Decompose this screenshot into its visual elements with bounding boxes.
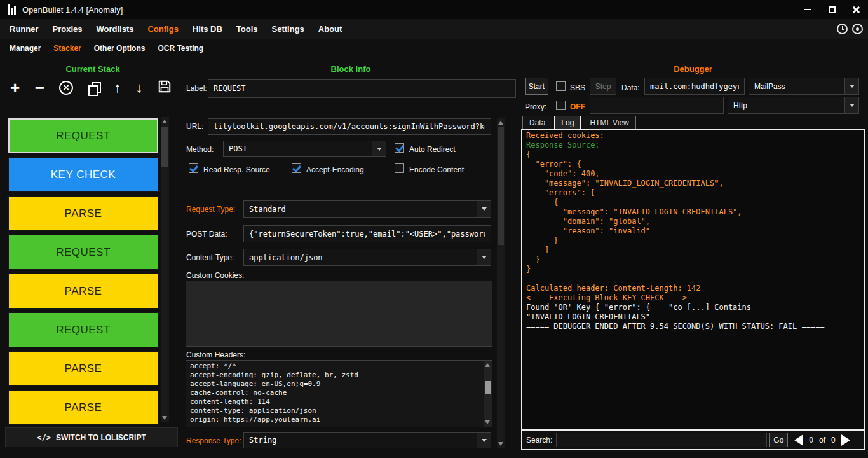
scroll-down-icon[interactable]	[498, 442, 503, 446]
proxy-type-dropdown[interactable]: Http	[728, 97, 859, 114]
match-separator: of	[819, 436, 825, 445]
content-type-dropdown[interactable]: application/json	[243, 249, 491, 266]
move-down-icon[interactable]: ↓	[136, 80, 143, 96]
stack-block[interactable]: REQUEST	[8, 235, 158, 270]
method-value: POST	[229, 144, 247, 153]
request-type-dropdown[interactable]: Standard	[243, 200, 491, 218]
encode-content-label: Encode Content	[409, 165, 464, 174]
log-line: "message": "INVALID_LOGIN_CREDENTIALS",	[526, 207, 860, 217]
menu-item[interactable]: Runner	[10, 24, 39, 34]
submenu-item[interactable]: Stacker	[53, 44, 81, 53]
stack-block[interactable]: PARSE	[8, 274, 158, 309]
menu-item[interactable]: Hits DB	[193, 24, 222, 34]
save-config-icon[interactable]	[158, 80, 172, 96]
log-line: {	[526, 150, 860, 160]
proxy-field-label: Proxy:	[525, 102, 546, 111]
custom-cookies-label: Custom Cookies:	[186, 271, 244, 280]
previous-match-icon[interactable]	[794, 434, 803, 446]
next-match-icon[interactable]	[841, 434, 850, 446]
encode-content-checkbox[interactable]	[395, 163, 404, 173]
minimize-icon	[804, 9, 811, 10]
post-data-label: POST Data:	[186, 230, 227, 239]
stack-block[interactable]: REQUEST	[8, 312, 158, 347]
header-line: content-length: 114	[190, 398, 480, 406]
header-line: accept-language: en-US,en;q=0.9	[190, 380, 480, 389]
wordlist-type-dropdown[interactable]: MailPass	[749, 78, 859, 95]
sbs-checkbox[interactable]	[556, 81, 566, 91]
scroll-down-icon[interactable]	[162, 416, 167, 420]
custom-cookies-textarea[interactable]	[186, 281, 492, 347]
proxy-input[interactable]	[590, 97, 724, 114]
log-search-bar: Search: Go 0 of 0	[522, 429, 864, 449]
log-line: "reason": "invalid"	[526, 226, 860, 236]
header-line: accept: */*	[190, 362, 480, 371]
debugger-tabs: DataLogHTML View	[522, 116, 636, 130]
maximize-button[interactable]	[820, 0, 844, 19]
content-type-label: Content-Type:	[186, 253, 234, 262]
scrollbar-thumb[interactable]	[161, 127, 168, 167]
debugger-tab[interactable]: Data	[522, 116, 552, 130]
stack-block[interactable]: KEY CHECK	[8, 157, 158, 192]
debug-data-input[interactable]	[644, 78, 745, 95]
clock-hand-icon	[842, 26, 843, 30]
post-data-input[interactable]	[243, 225, 491, 242]
close-button[interactable]	[844, 0, 868, 19]
debugger-tab[interactable]: Log	[554, 116, 581, 130]
log-line	[526, 274, 860, 284]
menu-item[interactable]: About	[318, 24, 342, 34]
proxy-checkbox[interactable]	[556, 101, 566, 110]
clock-icon[interactable]	[837, 24, 848, 34]
menu-item[interactable]: Settings	[272, 24, 304, 34]
block-info-scrollbar[interactable]	[497, 118, 505, 448]
switch-to-loliscript-label: SWITCH TO LOLISCRIPT	[56, 433, 146, 442]
scroll-up-icon[interactable]	[485, 363, 490, 367]
scrollbar-thumb[interactable]	[485, 381, 491, 394]
chevron-down-icon	[844, 97, 858, 113]
move-up-icon[interactable]: ↑	[114, 80, 121, 96]
minimize-button[interactable]	[796, 0, 820, 19]
camera-icon[interactable]	[852, 24, 863, 34]
clone-block-icon[interactable]	[88, 82, 99, 94]
auto-redirect-checkbox[interactable]	[395, 143, 404, 153]
debugger-tab[interactable]: HTML View	[583, 116, 635, 130]
menu-item[interactable]: Proxies	[53, 24, 83, 34]
submenu-item[interactable]: Manager	[10, 44, 41, 53]
read-resp-source-checkbox[interactable]	[189, 163, 198, 173]
url-input[interactable]	[208, 118, 491, 135]
add-block-icon[interactable]: +	[10, 80, 20, 96]
label-input[interactable]	[208, 79, 516, 98]
menu-item[interactable]: Tools	[236, 24, 258, 34]
stack-block[interactable]: PARSE	[8, 351, 158, 386]
log-line: <--- Executing Block KEY CHECK --->	[526, 293, 860, 303]
submenu-item[interactable]: OCR Testing	[158, 44, 203, 53]
step-button[interactable]: Step	[590, 78, 616, 95]
response-type-dropdown[interactable]: String	[243, 432, 491, 448]
scroll-up-icon[interactable]	[162, 120, 167, 123]
scroll-up-icon[interactable]	[498, 121, 503, 125]
search-input[interactable]	[556, 433, 767, 447]
stack-block[interactable]: REQUEST	[8, 118, 158, 153]
scroll-down-icon[interactable]	[485, 420, 490, 424]
log-line: Received cookies:	[526, 131, 860, 141]
clear-x-glyph: ×	[64, 83, 69, 93]
scrollbar-thumb[interactable]	[498, 127, 504, 245]
accept-encoding-checkbox[interactable]	[292, 163, 301, 173]
search-go-button[interactable]: Go	[769, 433, 788, 447]
switch-to-loliscript-button[interactable]: </> SWITCH TO LOLISCRIPT	[5, 427, 178, 447]
url-field-label: URL:	[186, 122, 203, 131]
remove-block-icon[interactable]: −	[35, 80, 44, 96]
clear-stack-icon[interactable]: ×	[59, 81, 73, 95]
menu-item[interactable]: Wordlists	[96, 24, 133, 34]
menu-item[interactable]: Configs	[147, 24, 178, 34]
custom-headers-textarea[interactable]: accept: */*accept-encoding: gzip, deflat…	[186, 360, 492, 427]
submenu-item[interactable]: Other Options	[94, 44, 146, 53]
stack-block[interactable]: PARSE	[8, 196, 158, 231]
chevron-down-icon	[844, 78, 858, 94]
stack-scrollbar[interactable]	[161, 117, 169, 422]
log-area[interactable]: Received cookies:Response Source:{ "erro…	[522, 130, 864, 429]
headers-scrollbar[interactable]	[484, 361, 492, 427]
method-dropdown[interactable]: POST	[223, 141, 386, 157]
openbullet-window: OpenBullet 1.4.4 [Anomaly] RunnerProxies…	[0, 0, 868, 458]
start-button[interactable]: Start	[525, 78, 548, 95]
stack-block[interactable]: PARSE	[8, 390, 158, 425]
